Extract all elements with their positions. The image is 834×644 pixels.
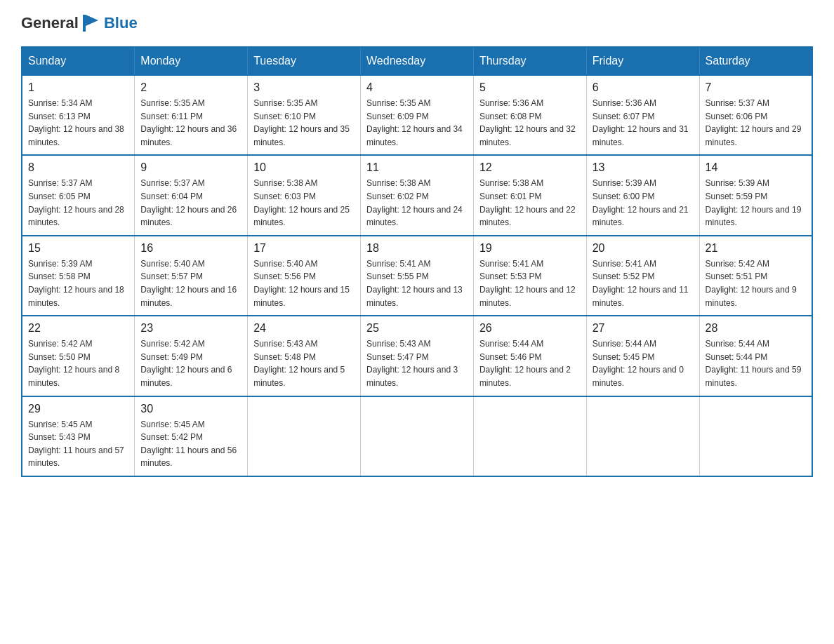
day-info: Sunrise: 5:38 AM Sunset: 6:03 PM Dayligh… (253, 177, 355, 229)
calendar-cell (248, 396, 361, 476)
day-info: Sunrise: 5:41 AM Sunset: 5:53 PM Dayligh… (479, 257, 581, 309)
day-info: Sunrise: 5:42 AM Sunset: 5:50 PM Dayligh… (28, 337, 128, 389)
logo-text-blue: Blue (104, 14, 138, 32)
calendar-cell (586, 396, 699, 476)
day-number: 8 (28, 161, 128, 174)
day-number: 5 (479, 81, 581, 94)
day-number: 16 (140, 242, 241, 255)
calendar-cell: 17 Sunrise: 5:40 AM Sunset: 5:56 PM Dayl… (248, 236, 361, 316)
day-info: Sunrise: 5:38 AM Sunset: 6:01 PM Dayligh… (479, 177, 581, 229)
calendar-cell: 10 Sunrise: 5:38 AM Sunset: 6:03 PM Dayl… (248, 155, 361, 235)
day-info: Sunrise: 5:43 AM Sunset: 5:47 PM Dayligh… (366, 337, 468, 389)
calendar-cell: 9 Sunrise: 5:37 AM Sunset: 6:04 PM Dayli… (135, 155, 248, 235)
calendar-cell: 25 Sunrise: 5:43 AM Sunset: 5:47 PM Dayl… (361, 316, 474, 396)
day-number: 17 (253, 242, 355, 255)
header-saturday: Saturday (699, 47, 812, 75)
calendar-cell: 22 Sunrise: 5:42 AM Sunset: 5:50 PM Dayl… (22, 316, 135, 396)
calendar-cell: 15 Sunrise: 5:39 AM Sunset: 5:58 PM Dayl… (22, 236, 135, 316)
day-number: 21 (706, 242, 806, 255)
calendar-cell: 12 Sunrise: 5:38 AM Sunset: 6:01 PM Dayl… (473, 155, 586, 235)
calendar-week-5: 29 Sunrise: 5:45 AM Sunset: 5:43 PM Dayl… (22, 396, 812, 476)
calendar-cell: 6 Sunrise: 5:36 AM Sunset: 6:07 PM Dayli… (586, 75, 699, 155)
svg-rect-1 (83, 15, 86, 32)
header-friday: Friday (586, 47, 699, 75)
day-number: 19 (479, 242, 581, 255)
day-info: Sunrise: 5:35 AM Sunset: 6:09 PM Dayligh… (366, 97, 468, 149)
calendar-cell: 23 Sunrise: 5:42 AM Sunset: 5:49 PM Dayl… (135, 316, 248, 396)
calendar-cell: 14 Sunrise: 5:39 AM Sunset: 5:59 PM Dayl… (699, 155, 812, 235)
day-info: Sunrise: 5:44 AM Sunset: 5:45 PM Dayligh… (593, 337, 694, 389)
day-number: 27 (593, 322, 694, 335)
day-info: Sunrise: 5:41 AM Sunset: 5:52 PM Dayligh… (593, 257, 694, 309)
day-number: 7 (706, 81, 806, 94)
header-wednesday: Wednesday (361, 47, 474, 75)
day-number: 12 (479, 161, 581, 174)
day-info: Sunrise: 5:34 AM Sunset: 6:13 PM Dayligh… (28, 97, 128, 149)
calendar-cell: 20 Sunrise: 5:41 AM Sunset: 5:52 PM Dayl… (586, 236, 699, 316)
calendar-week-3: 15 Sunrise: 5:39 AM Sunset: 5:58 PM Dayl… (22, 236, 812, 316)
day-number: 1 (28, 81, 128, 94)
day-info: Sunrise: 5:41 AM Sunset: 5:55 PM Dayligh… (366, 257, 468, 309)
day-number: 18 (366, 242, 468, 255)
calendar-cell: 1 Sunrise: 5:34 AM Sunset: 6:13 PM Dayli… (22, 75, 135, 155)
logo: General Blue (21, 14, 138, 32)
calendar-week-4: 22 Sunrise: 5:42 AM Sunset: 5:50 PM Dayl… (22, 316, 812, 396)
day-number: 6 (593, 81, 694, 94)
day-info: Sunrise: 5:37 AM Sunset: 6:05 PM Dayligh… (28, 177, 128, 229)
day-number: 2 (140, 81, 241, 94)
day-info: Sunrise: 5:37 AM Sunset: 6:06 PM Dayligh… (706, 97, 806, 149)
day-info: Sunrise: 5:39 AM Sunset: 5:59 PM Dayligh… (706, 177, 806, 229)
day-info: Sunrise: 5:42 AM Sunset: 5:51 PM Dayligh… (706, 257, 806, 309)
calendar-cell: 27 Sunrise: 5:44 AM Sunset: 5:45 PM Dayl… (586, 316, 699, 396)
calendar-cell: 30 Sunrise: 5:45 AM Sunset: 5:42 PM Dayl… (135, 396, 248, 476)
day-number: 11 (366, 161, 468, 174)
day-number: 4 (366, 81, 468, 94)
day-number: 30 (140, 403, 241, 415)
day-number: 15 (28, 242, 128, 255)
day-number: 20 (593, 242, 694, 255)
day-info: Sunrise: 5:42 AM Sunset: 5:49 PM Dayligh… (140, 337, 241, 389)
logo-text-general: General (21, 14, 79, 32)
calendar-cell: 24 Sunrise: 5:43 AM Sunset: 5:48 PM Dayl… (248, 316, 361, 396)
day-number: 25 (366, 322, 468, 335)
day-info: Sunrise: 5:44 AM Sunset: 5:46 PM Dayligh… (479, 337, 581, 389)
calendar-week-1: 1 Sunrise: 5:34 AM Sunset: 6:13 PM Dayli… (22, 75, 812, 155)
day-info: Sunrise: 5:38 AM Sunset: 6:02 PM Dayligh… (366, 177, 468, 229)
calendar-cell: 21 Sunrise: 5:42 AM Sunset: 5:51 PM Dayl… (699, 236, 812, 316)
calendar-cell: 18 Sunrise: 5:41 AM Sunset: 5:55 PM Dayl… (361, 236, 474, 316)
day-info: Sunrise: 5:44 AM Sunset: 5:44 PM Dayligh… (706, 337, 806, 389)
day-info: Sunrise: 5:36 AM Sunset: 6:08 PM Dayligh… (479, 97, 581, 149)
calendar-cell: 2 Sunrise: 5:35 AM Sunset: 6:11 PM Dayli… (135, 75, 248, 155)
day-info: Sunrise: 5:37 AM Sunset: 6:04 PM Dayligh… (140, 177, 241, 229)
calendar-table: Sunday Monday Tuesday Wednesday Thursday… (21, 46, 813, 477)
calendar-cell: 4 Sunrise: 5:35 AM Sunset: 6:09 PM Dayli… (361, 75, 474, 155)
day-info: Sunrise: 5:40 AM Sunset: 5:57 PM Dayligh… (140, 257, 241, 309)
day-info: Sunrise: 5:39 AM Sunset: 5:58 PM Dayligh… (28, 257, 128, 309)
day-number: 22 (28, 322, 128, 335)
calendar-header-row: Sunday Monday Tuesday Wednesday Thursday… (22, 47, 812, 75)
day-number: 14 (706, 161, 806, 174)
day-info: Sunrise: 5:36 AM Sunset: 6:07 PM Dayligh… (593, 97, 694, 149)
calendar-cell: 7 Sunrise: 5:37 AM Sunset: 6:06 PM Dayli… (699, 75, 812, 155)
calendar-cell: 29 Sunrise: 5:45 AM Sunset: 5:43 PM Dayl… (22, 396, 135, 476)
day-number: 28 (706, 322, 806, 335)
day-info: Sunrise: 5:45 AM Sunset: 5:42 PM Dayligh… (140, 418, 241, 470)
day-number: 3 (253, 81, 355, 94)
day-number: 26 (479, 322, 581, 335)
day-number: 29 (28, 403, 128, 415)
header-sunday: Sunday (22, 47, 135, 75)
calendar-cell: 28 Sunrise: 5:44 AM Sunset: 5:44 PM Dayl… (699, 316, 812, 396)
day-number: 24 (253, 322, 355, 335)
day-info: Sunrise: 5:43 AM Sunset: 5:48 PM Dayligh… (253, 337, 355, 389)
calendar-cell (473, 396, 586, 476)
calendar-cell: 5 Sunrise: 5:36 AM Sunset: 6:08 PM Dayli… (473, 75, 586, 155)
calendar-cell: 13 Sunrise: 5:39 AM Sunset: 6:00 PM Dayl… (586, 155, 699, 235)
calendar-week-2: 8 Sunrise: 5:37 AM Sunset: 6:05 PM Dayli… (22, 155, 812, 235)
header-tuesday: Tuesday (248, 47, 361, 75)
calendar-cell: 19 Sunrise: 5:41 AM Sunset: 5:53 PM Dayl… (473, 236, 586, 316)
calendar-cell (361, 396, 474, 476)
calendar-cell: 3 Sunrise: 5:35 AM Sunset: 6:10 PM Dayli… (248, 75, 361, 155)
day-info: Sunrise: 5:40 AM Sunset: 5:56 PM Dayligh… (253, 257, 355, 309)
calendar-cell: 11 Sunrise: 5:38 AM Sunset: 6:02 PM Dayl… (361, 155, 474, 235)
day-info: Sunrise: 5:39 AM Sunset: 6:00 PM Dayligh… (593, 177, 694, 229)
